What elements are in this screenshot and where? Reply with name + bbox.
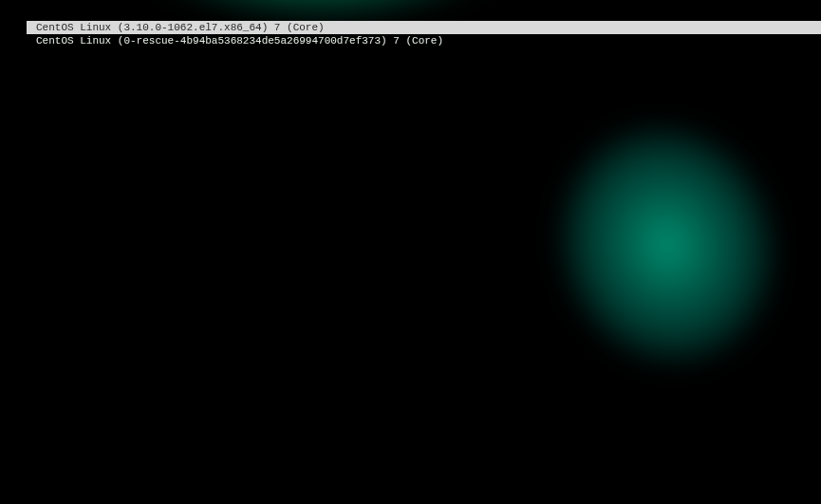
boot-entry-selected[interactable]: CentOS Linux (3.10.0-1062.el7.x86_64) 7 … bbox=[27, 21, 821, 34]
help-text: Use the ↑ and ↓ keys to change the selec… bbox=[27, 0, 453, 11]
boot-entry-rescue[interactable]: CentOS Linux (0-rescue-4b94ba5368234de5a… bbox=[27, 34, 821, 47]
boot-menu[interactable]: CentOS Linux (3.10.0-1062.el7.x86_64) 7 … bbox=[27, 21, 821, 47]
